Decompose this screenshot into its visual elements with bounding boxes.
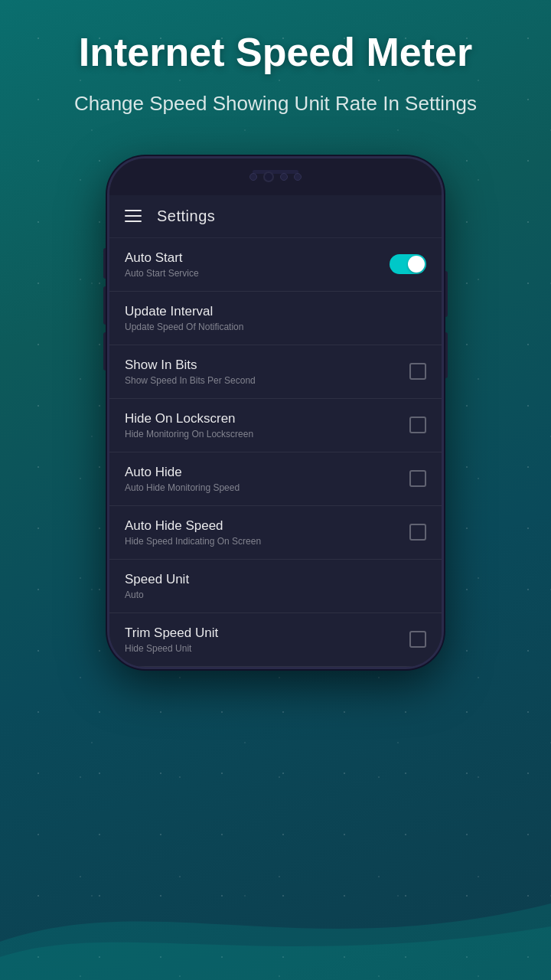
speed-unit-subtitle: Auto <box>125 590 426 600</box>
hamburger-line-1 <box>125 210 142 211</box>
auto-hide-speed-text: Auto Hide Speed Hide Speed Indicating On… <box>125 518 409 547</box>
settings-list: Auto Start Auto Start Service Update Int… <box>109 238 442 667</box>
auto-hide-speed-title: Auto Hide Speed <box>125 518 409 534</box>
show-in-bits-subtitle: Show Speed In Bits Per Second <box>125 375 409 386</box>
hide-on-lockscreen-title: Hide On Lockscren <box>125 411 409 426</box>
auto-hide-subtitle: Auto Hide Monitoring Speed <box>125 482 409 493</box>
camera-dot-3 <box>294 173 302 181</box>
phone-left-button-3 <box>103 332 106 371</box>
phone-top-bar <box>109 158 442 195</box>
speed-unit-title: Speed Unit <box>125 572 426 587</box>
show-in-bits-text: Show In Bits Show Speed In Bits Per Seco… <box>125 358 409 386</box>
show-in-bits-checkbox[interactable] <box>409 363 426 380</box>
update-interval-subtitle: Update Speed Of Notification <box>125 322 426 332</box>
update-interval-title: Update Interval <box>125 304 426 319</box>
phone-frame: Settings Auto Start Auto Start Service U… <box>107 156 444 669</box>
settings-item-auto-hide[interactable]: Auto Hide Auto Hide Monitoring Speed <box>109 452 442 506</box>
phone-left-button-1 <box>103 248 106 279</box>
settings-header: Settings <box>109 195 442 238</box>
auto-start-subtitle: Auto Start Service <box>125 268 390 279</box>
hamburger-line-3 <box>125 220 142 222</box>
hide-on-lockscreen-checkbox[interactable] <box>409 416 426 433</box>
show-in-bits-title: Show In Bits <box>125 358 409 373</box>
phone-container: Settings Auto Start Auto Start Service U… <box>107 156 444 669</box>
trim-speed-unit-subtitle: Hide Speed Unit <box>125 643 409 654</box>
settings-item-trim-speed-unit[interactable]: Trim Speed Unit Hide Speed Unit <box>109 613 442 667</box>
hamburger-menu-icon[interactable] <box>125 210 142 222</box>
auto-hide-text: Auto Hide Auto Hide Monitoring Speed <box>125 465 409 493</box>
settings-screen-title: Settings <box>157 207 215 225</box>
main-title: Internet Speed Meter <box>23 31 528 74</box>
auto-start-title: Auto Start <box>125 250 390 266</box>
hamburger-line-2 <box>125 215 142 217</box>
phone-volume-button <box>445 332 448 378</box>
auto-start-toggle[interactable] <box>390 254 426 274</box>
subtitle: Change Speed Showing Unit Rate In Settin… <box>23 90 528 117</box>
auto-hide-title: Auto Hide <box>125 465 409 480</box>
auto-start-text: Auto Start Auto Start Service <box>125 250 390 279</box>
speed-unit-text: Speed Unit Auto <box>125 572 426 600</box>
settings-item-show-in-bits[interactable]: Show In Bits Show Speed In Bits Per Seco… <box>109 345 442 399</box>
settings-item-auto-start[interactable]: Auto Start Auto Start Service <box>109 238 442 292</box>
settings-item-hide-on-lockscreen[interactable]: Hide On Lockscren Hide Monitoring On Loc… <box>109 399 442 452</box>
update-interval-text: Update Interval Update Speed Of Notifica… <box>125 304 426 332</box>
camera-area <box>249 172 302 182</box>
auto-hide-speed-checkbox[interactable] <box>409 524 426 541</box>
header-section: Internet Speed Meter Change Speed Showin… <box>0 0 551 141</box>
trim-speed-unit-title: Trim Speed Unit <box>125 626 409 641</box>
camera-lens <box>263 172 274 182</box>
settings-item-auto-hide-speed[interactable]: Auto Hide Speed Hide Speed Indicating On… <box>109 506 442 560</box>
settings-item-speed-unit[interactable]: Speed Unit Auto <box>109 560 442 613</box>
phone-left-button-2 <box>103 286 106 325</box>
teal-wave-decoration <box>0 827 551 980</box>
phone-power-button <box>445 271 448 317</box>
camera-dot-1 <box>249 173 257 181</box>
camera-dot-2 <box>280 173 288 181</box>
hide-on-lockscreen-text: Hide On Lockscren Hide Monitoring On Loc… <box>125 411 409 439</box>
auto-hide-checkbox[interactable] <box>409 470 426 487</box>
trim-speed-unit-text: Trim Speed Unit Hide Speed Unit <box>125 626 409 654</box>
auto-hide-speed-subtitle: Hide Speed Indicating On Screen <box>125 536 409 547</box>
hide-on-lockscreen-subtitle: Hide Monitoring On Lockscreen <box>125 429 409 439</box>
settings-item-update-interval[interactable]: Update Interval Update Speed Of Notifica… <box>109 292 442 345</box>
trim-speed-unit-checkbox[interactable] <box>409 631 426 648</box>
